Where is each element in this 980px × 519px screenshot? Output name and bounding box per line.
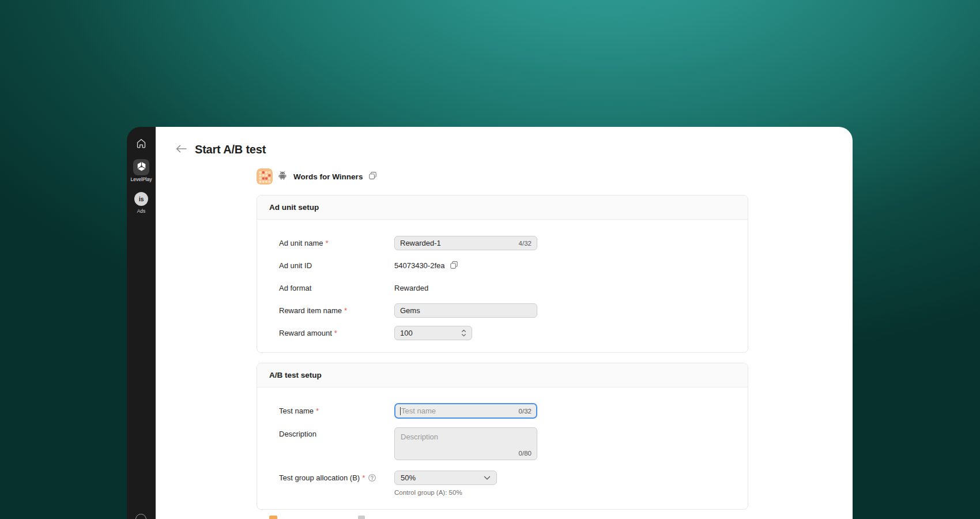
text-caret	[400, 407, 401, 415]
allocation-selected-value: 50%	[401, 473, 416, 482]
test-name-input[interactable]: Test name 0/32	[394, 403, 537, 419]
copy-icon	[450, 261, 458, 270]
test-name-row: Test name * Test name 0/32	[279, 400, 748, 422]
reward-amount-row: Reward amount * 100	[279, 322, 748, 344]
sidebar: LevelPlay is Ads	[127, 127, 156, 519]
test-group-allocation-select[interactable]: 50%	[394, 471, 497, 485]
test-name-label: Test name *	[279, 407, 394, 415]
back-arrow-icon	[175, 144, 187, 156]
android-icon	[277, 171, 288, 183]
ad-format-label: Ad format	[279, 284, 394, 292]
ab-test-setup-card: A/B test setup Test name * Test name 0/3…	[257, 363, 748, 510]
sidebar-item-ads[interactable]: is	[134, 192, 148, 206]
ad-unit-id-label: Ad unit ID	[279, 261, 394, 270]
stepper-down-icon	[461, 333, 466, 337]
copy-icon	[369, 171, 376, 182]
unity-levelplay-icon	[137, 161, 146, 174]
description-row: Description Description 0/80	[279, 427, 748, 460]
description-label: Description	[279, 427, 394, 438]
ad-format-value: Rewarded	[394, 284, 428, 292]
required-marker: *	[316, 407, 319, 415]
sidebar-item-ads-label: Ads	[127, 208, 156, 214]
app-name: Words for Winners	[293, 172, 363, 181]
test-name-counter: 0/32	[519, 408, 532, 415]
chevron-down-icon	[484, 476, 491, 480]
page-title: Start A/B test	[195, 143, 266, 156]
help-icon[interactable]	[135, 514, 146, 519]
required-marker: *	[362, 473, 365, 482]
main-panel: LevelPlay is Ads Start A/B test	[127, 127, 853, 519]
ad-unit-setup-title: Ad unit setup	[257, 195, 748, 220]
ad-unit-name-row: Ad unit name * Rewarded-1 4/32	[279, 232, 748, 254]
description-placeholder: Description	[401, 432, 438, 441]
app-icon	[257, 168, 273, 185]
sidebar-item-levelplay-label: LevelPlay	[127, 176, 156, 182]
ad-unit-setup-card: Ad unit setup Ad unit name * Rewarded-1 …	[257, 195, 748, 353]
allocation-help-icon[interactable]	[368, 474, 376, 482]
app-row: Words for Winners	[257, 168, 376, 185]
next-section-gray-indicator	[358, 516, 365, 519]
test-group-allocation-row: Test group allocation (B) * 50%	[279, 471, 748, 496]
sidebar-item-levelplay[interactable]	[133, 159, 149, 175]
control-group-helper: Control group (A): 50%	[394, 489, 497, 496]
ad-format-row: Ad format Rewarded	[279, 277, 748, 299]
ad-unit-name-input[interactable]: Rewarded-1 4/32	[394, 236, 537, 250]
reward-amount-label: Reward amount *	[279, 329, 394, 337]
ad-unit-id-row: Ad unit ID 54073430-2fea	[279, 254, 748, 277]
ironsource-icon: is	[139, 195, 144, 202]
number-stepper[interactable]	[461, 329, 466, 337]
stepper-up-icon	[461, 329, 466, 333]
reward-item-name-row: Reward item name * Gems	[279, 299, 748, 322]
required-marker: *	[334, 329, 337, 337]
reward-item-name-value: Gems	[400, 306, 420, 315]
sidebar-item-home[interactable]	[127, 138, 156, 151]
page-header: Start A/B test	[175, 143, 266, 156]
reward-amount-input[interactable]: 100	[394, 326, 472, 340]
required-marker: *	[326, 239, 329, 247]
content-area: Start A/B test	[156, 127, 853, 519]
ad-unit-id-value: 54073430-2fea	[394, 261, 444, 270]
reward-item-name-input[interactable]: Gems	[394, 303, 537, 318]
ad-unit-name-label: Ad unit name *	[279, 239, 394, 247]
copy-ad-unit-id-button[interactable]	[450, 261, 458, 270]
description-textarea[interactable]: Description 0/80	[394, 427, 537, 460]
back-button[interactable]	[175, 144, 187, 156]
test-group-allocation-label: Test group allocation (B) *	[279, 471, 394, 482]
required-marker: *	[344, 306, 347, 315]
copy-app-name-button[interactable]	[369, 171, 376, 182]
test-name-placeholder: Test name	[401, 407, 436, 415]
reward-item-name-label: Reward item name *	[279, 306, 394, 315]
home-icon	[136, 138, 146, 151]
description-counter: 0/80	[519, 450, 532, 457]
next-section-orange-indicator	[269, 516, 277, 519]
ad-unit-name-counter: 4/32	[519, 240, 532, 247]
ab-test-setup-title: A/B test setup	[257, 363, 748, 388]
ad-unit-name-value: Rewarded-1	[400, 239, 441, 247]
reward-amount-value: 100	[400, 329, 413, 337]
